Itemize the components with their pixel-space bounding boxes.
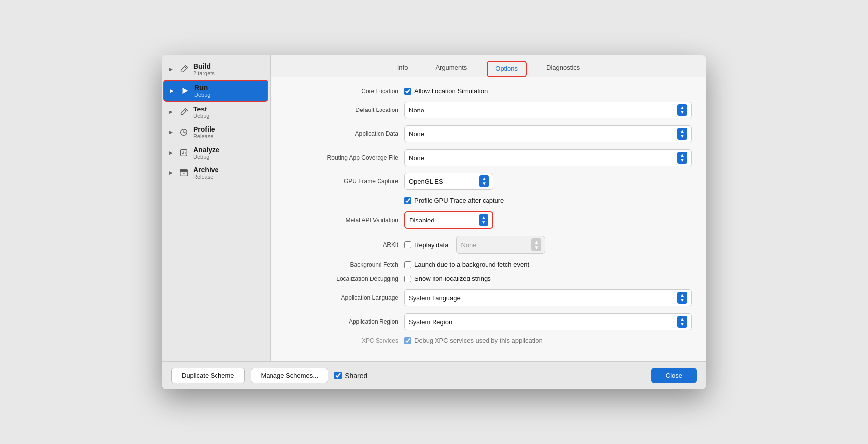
manage-schemes-button[interactable]: Manage Schemes... [251, 368, 329, 383]
profile-gpu-row: Profile GPU Trace after capture [285, 197, 692, 204]
duplicate-scheme-button[interactable]: Duplicate Scheme [171, 368, 245, 383]
svg-marker-0 [183, 88, 188, 94]
sidebar-item-archive[interactable]: ▶ Archive Release [163, 163, 268, 183]
core-location-control: Allow Location Simulation [404, 87, 692, 95]
routing-coverage-row: Routing App Coverage File None ▲▼ [285, 149, 692, 166]
profile-gpu-checkbox-label[interactable]: Profile GPU Trace after capture [404, 197, 504, 204]
xpc-services-checkbox[interactable] [404, 337, 411, 344]
metal-api-stepper[interactable]: ▲▼ [479, 214, 488, 226]
app-region-dropdown[interactable]: System Region ▲▼ [404, 313, 692, 330]
shared-checkbox[interactable] [334, 372, 342, 379]
app-language-stepper[interactable]: ▲▼ [677, 292, 687, 304]
shared-container: Shared [334, 372, 367, 380]
test-subtitle: Debug [193, 113, 209, 119]
application-data-value: None [409, 130, 424, 138]
routing-coverage-stepper[interactable]: ▲▼ [677, 152, 687, 164]
archive-text: Archive Release [193, 166, 218, 180]
arkit-dropdown: None ▲▼ [456, 236, 545, 254]
arkit-value: None [461, 241, 476, 249]
chevron-icon: ▶ [169, 67, 174, 72]
tab-diagnostics[interactable]: Diagnostics [539, 61, 588, 77]
archive-title: Archive [193, 166, 218, 174]
metal-api-label: Metal API Validation [285, 217, 404, 223]
close-button[interactable]: Close [651, 368, 697, 383]
profile-gpu-text: Profile GPU Trace after capture [414, 197, 504, 204]
xpc-services-text: Debug XPC services used by this applicat… [414, 337, 542, 344]
default-location-dropdown[interactable]: None ▲▼ [404, 102, 692, 118]
app-language-control: System Language ▲▼ [404, 289, 692, 306]
application-data-label: Application Data [285, 130, 404, 137]
core-location-checkbox-text: Allow Location Simulation [414, 87, 488, 95]
app-language-value: System Language [409, 294, 461, 302]
analyze-chevron-icon: ▶ [169, 150, 174, 155]
sidebar: ▶ Build 2 targets ▶ [162, 55, 271, 361]
xpc-services-row: XPC Services Debug XPC services used by … [285, 337, 692, 344]
sidebar-item-run[interactable]: ▶ Run Debug [163, 80, 268, 102]
build-icon [178, 64, 189, 75]
profile-gpu-checkbox[interactable] [404, 197, 411, 204]
archive-subtitle: Release [193, 174, 218, 180]
sidebar-item-test[interactable]: ▶ Test Debug [163, 102, 268, 122]
arkit-row: ARKit Replay data None ▲▼ [285, 236, 692, 254]
xpc-services-label: XPC Services [285, 337, 404, 344]
profile-gpu-control: Profile GPU Trace after capture [404, 197, 692, 204]
tabs-bar: Info Arguments Options Diagnostics [271, 55, 706, 77]
run-text: Run Debug [194, 84, 210, 98]
routing-coverage-label: Routing App Coverage File [285, 154, 404, 161]
build-subtitle: 2 targets [193, 70, 215, 76]
app-region-label: Application Region [285, 318, 404, 325]
gpu-frame-capture-label: GPU Frame Capture [285, 178, 404, 185]
dialog-body: ▶ Build 2 targets ▶ [162, 55, 706, 361]
default-location-stepper[interactable]: ▲▼ [677, 104, 687, 116]
main-content: Core Location Allow Location Simulation … [271, 77, 706, 361]
bottom-bar: Duplicate Scheme Manage Schemes... Share… [162, 361, 706, 389]
analyze-text: Analyze Debug [193, 146, 219, 160]
sidebar-item-profile[interactable]: ▶ Profile Release [163, 122, 268, 142]
localization-checkbox-label[interactable]: Show non-localized strings [404, 275, 491, 282]
sidebar-item-build[interactable]: ▶ Build 2 targets [163, 59, 268, 79]
tab-arguments[interactable]: Arguments [428, 61, 475, 77]
xpc-services-checkbox-label[interactable]: Debug XPC services used by this applicat… [404, 337, 542, 344]
tab-info[interactable]: Info [389, 61, 416, 77]
arkit-checkbox[interactable] [404, 241, 411, 248]
app-language-dropdown[interactable]: System Language ▲▼ [404, 289, 692, 306]
background-fetch-control: Launch due to a background fetch event [404, 261, 692, 268]
archive-chevron-icon: ▶ [169, 170, 174, 175]
metal-api-row: Metal API Validation Disabled ▲▼ [285, 211, 692, 229]
gpu-frame-capture-stepper[interactable]: ▲▼ [479, 175, 489, 187]
app-region-control: System Region ▲▼ [404, 313, 692, 330]
build-title: Build [193, 62, 215, 70]
background-fetch-checkbox[interactable] [404, 261, 411, 268]
localization-checkbox[interactable] [404, 276, 411, 282]
application-data-dropdown[interactable]: None ▲▼ [404, 125, 692, 142]
gpu-frame-capture-dropdown[interactable]: OpenGL ES ▲▼ [404, 173, 493, 190]
test-text: Test Debug [193, 105, 209, 119]
test-chevron-icon: ▶ [169, 110, 174, 114]
profile-icon [178, 127, 189, 138]
arkit-control: Replay data None ▲▼ [404, 236, 692, 254]
application-data-row: Application Data None ▲▼ [285, 125, 692, 142]
core-location-label: Core Location [285, 88, 404, 95]
gpu-frame-capture-value: OpenGL ES [409, 178, 443, 185]
metal-api-dropdown[interactable]: Disabled ▲▼ [404, 211, 493, 229]
localization-label: Localization Debugging [285, 276, 404, 282]
tab-options[interactable]: Options [487, 61, 527, 77]
background-fetch-checkbox-label[interactable]: Launch due to a background fetch event [404, 261, 529, 268]
arkit-checkbox-label[interactable]: Replay data [404, 241, 448, 249]
test-icon [178, 107, 189, 117]
gpu-frame-capture-control: OpenGL ES ▲▼ [404, 173, 692, 190]
app-region-stepper[interactable]: ▲▼ [677, 316, 687, 328]
metal-api-control: Disabled ▲▼ [404, 211, 692, 229]
application-data-stepper[interactable]: ▲▼ [677, 128, 687, 140]
routing-coverage-dropdown[interactable]: None ▲▼ [404, 149, 692, 166]
run-title: Run [194, 84, 210, 92]
core-location-checkbox[interactable] [404, 88, 411, 95]
sidebar-item-analyze[interactable]: ▶ Analyze Debug [163, 143, 268, 163]
arkit-stepper: ▲▼ [531, 238, 541, 251]
core-location-checkbox-label[interactable]: Allow Location Simulation [404, 87, 488, 95]
background-fetch-label: Background Fetch [285, 261, 404, 268]
run-icon [179, 85, 190, 96]
profile-chevron-icon: ▶ [169, 130, 174, 135]
core-location-row: Core Location Allow Location Simulation [285, 87, 692, 95]
app-language-label: Application Language [285, 294, 404, 301]
